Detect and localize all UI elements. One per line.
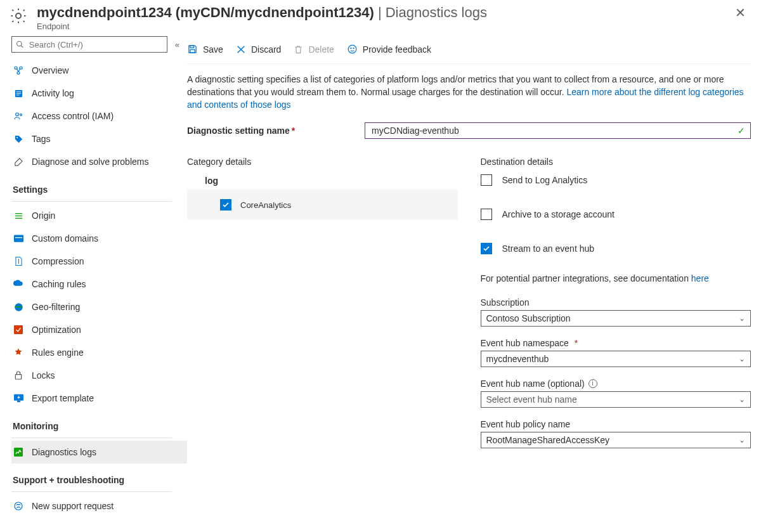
sidebar-item-locks[interactable]: Locks	[11, 364, 187, 387]
page-title: mycdnendpoint1234 (myCDN/mycdnendpoint12…	[37, 4, 732, 22]
chevron-down-icon: ⌄	[739, 436, 745, 444]
search-input[interactable]	[28, 39, 163, 50]
svg-line-2	[21, 46, 23, 48]
svg-point-3	[15, 67, 17, 69]
log-category-row[interactable]: CoreAnalytics	[187, 190, 458, 220]
sidebar-item-optimization[interactable]: Optimization	[11, 318, 187, 341]
dest-label: Stream to an event hub	[502, 243, 595, 254]
description-text: A diagnostic setting specifies a list of…	[187, 73, 751, 111]
sidebar-item-rules-engine[interactable]: Rules engine	[11, 341, 187, 364]
rules-engine-icon	[13, 347, 24, 358]
checkbox-storage[interactable]	[481, 209, 492, 220]
geo-filtering-icon	[13, 302, 24, 312]
sidebar-item-custom-domains[interactable]: Custom domains	[11, 227, 187, 250]
sidebar-item-label: Overview	[32, 65, 68, 75]
close-icon[interactable]: ✕	[732, 4, 748, 22]
category-details-title: Category details	[187, 157, 458, 167]
svg-point-0	[16, 13, 21, 18]
delete-button: Delete	[294, 44, 334, 55]
diagnostics-logs-icon	[13, 448, 24, 457]
subscription-select[interactable]: Contoso Subscription ⌄	[481, 310, 751, 327]
save-button[interactable]: Save	[187, 44, 223, 55]
sidebar-item-export-template[interactable]: Export template	[11, 387, 187, 410]
sidebar-item-label: Geo-filtering	[32, 302, 80, 312]
hub-name-select[interactable]: Select event hub name ⌄	[481, 391, 751, 408]
sidebar-item-activity-log[interactable]: Activity log	[11, 82, 187, 105]
search-input-wrap[interactable]	[11, 36, 167, 53]
sidebar-item-label: Export template	[32, 393, 94, 403]
sidebar-item-origin[interactable]: Origin	[11, 204, 187, 227]
title-main: mycdnendpoint1234 (myCDN/mycdnendpoint12…	[37, 4, 374, 20]
support-icon	[13, 501, 24, 511]
svg-rect-9	[16, 94, 19, 95]
policy-select[interactable]: RootManageSharedAccessKey ⌄	[481, 432, 751, 448]
sidebar-item-label: Origin	[32, 211, 55, 221]
access-control-icon	[13, 111, 24, 121]
overview-icon	[13, 65, 24, 75]
valid-check-icon: ✓	[738, 126, 745, 136]
search-icon	[16, 40, 24, 49]
checkbox-event-hub[interactable]	[481, 243, 492, 254]
dest-label: Send to Log Analytics	[502, 175, 588, 185]
sidebar-item-label: Locks	[32, 370, 55, 380]
sidebar-item-label: Caching rules	[32, 279, 86, 289]
sidebar-item-geo-filtering[interactable]: Geo-filtering	[11, 295, 187, 318]
feedback-button[interactable]: Provide feedback	[347, 44, 431, 55]
select-value: Contoso Subscription	[486, 313, 571, 323]
sidebar-item-diagnose[interactable]: Diagnose and solve problems	[11, 150, 187, 173]
svg-rect-17	[15, 237, 22, 238]
sidebar-item-label: Tags	[32, 134, 51, 144]
dest-event-hub[interactable]: Stream to an event hub	[481, 243, 751, 254]
sidebar-item-caching-rules[interactable]: Caching rules	[11, 273, 187, 295]
checkbox-coreanalytics[interactable]	[220, 199, 231, 211]
dest-log-analytics[interactable]: Send to Log Analytics	[481, 174, 751, 186]
gear-icon	[9, 6, 28, 27]
chevron-down-icon: ⌄	[739, 395, 745, 404]
save-icon	[187, 44, 198, 55]
sidebar-item-label: Compression	[32, 256, 84, 266]
sidebar-item-label: Access control (IAM)	[32, 111, 114, 121]
checkbox-log-analytics[interactable]	[481, 174, 492, 186]
sidebar-item-label: Diagnostics logs	[32, 447, 96, 457]
custom-domains-icon	[13, 235, 24, 242]
diagnose-icon	[13, 157, 24, 167]
info-icon[interactable]: i	[589, 379, 597, 388]
svg-rect-20	[14, 325, 23, 334]
svg-point-5	[17, 72, 20, 74]
partner-note: For potential partner integrations, see …	[481, 273, 751, 283]
svg-rect-23	[17, 401, 20, 403]
select-value: mycdneventhub	[486, 354, 549, 364]
page-subtitle: Endpoint	[37, 22, 732, 31]
sidebar-item-label: Optimization	[32, 325, 81, 335]
optimization-icon	[13, 325, 24, 334]
svg-point-32	[353, 48, 354, 49]
sidebar-item-diagnostics-logs[interactable]: Diagnostics logs	[11, 441, 187, 464]
discard-button[interactable]: Discard	[236, 44, 281, 55]
namespace-select[interactable]: mycdneventhub ⌄	[481, 351, 751, 367]
sidebar-item-new-support-request[interactable]: New support request	[11, 495, 187, 517]
svg-rect-7	[16, 91, 21, 92]
sidebar-item-access-control[interactable]: Access control (IAM)	[11, 105, 187, 127]
partner-link[interactable]: here	[691, 273, 709, 283]
policy-label: Event hub policy name	[481, 419, 751, 429]
log-label: log	[205, 176, 458, 186]
svg-rect-26	[190, 46, 194, 48]
caching-rules-icon	[13, 280, 24, 289]
sidebar-item-compression[interactable]: Compression	[11, 250, 187, 273]
setting-name-label: Diagnostic setting name*	[187, 126, 365, 136]
sidebar-item-overview[interactable]: Overview	[11, 59, 187, 82]
svg-point-12	[16, 137, 18, 138]
collapse-sidebar-icon[interactable]: «	[175, 40, 181, 49]
svg-rect-16	[14, 235, 23, 242]
delete-icon	[294, 44, 303, 55]
setting-name-input[interactable]	[370, 125, 738, 136]
svg-point-31	[351, 48, 351, 49]
select-value: RootManageSharedAccessKey	[486, 435, 610, 445]
setting-name-input-wrap[interactable]: ✓	[365, 122, 751, 139]
dest-storage[interactable]: Archive to a storage account	[481, 209, 751, 220]
compression-icon	[13, 256, 24, 266]
sidebar-item-label: Diagnose and solve problems	[32, 157, 148, 167]
svg-rect-8	[16, 93, 21, 93]
section-monitoring: Monitoring	[11, 410, 187, 435]
sidebar-item-tags[interactable]: Tags	[11, 127, 187, 150]
